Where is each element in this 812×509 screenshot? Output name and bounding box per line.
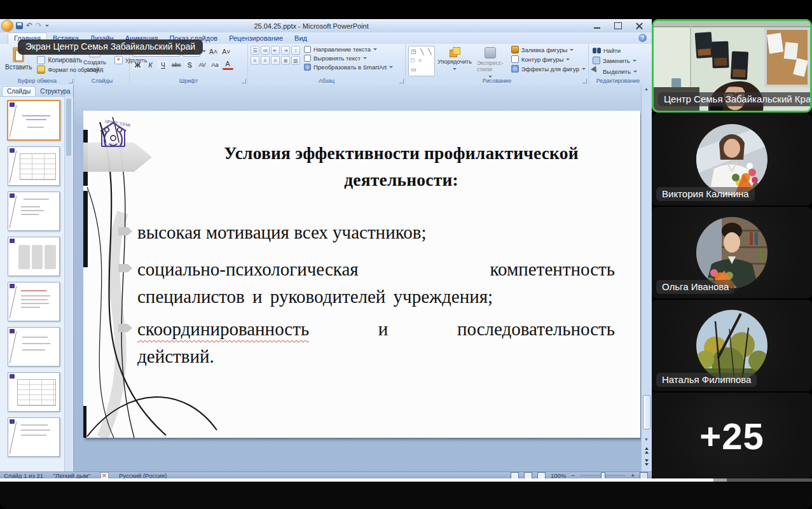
slide-thumbnail[interactable]: [8, 282, 60, 321]
avatar: [696, 310, 767, 381]
shape-outline-button[interactable]: Контур фигуры: [511, 55, 586, 63]
close-button[interactable]: [636, 22, 643, 29]
bullet-marker-icon: [118, 264, 132, 272]
panel-scrollbar[interactable]: [64, 96, 72, 471]
tab-retsenzirovanie[interactable]: Рецензирование: [223, 33, 289, 44]
participant-name: Виктория Калинина: [656, 187, 755, 201]
numbering-button[interactable]: ≔: [261, 46, 270, 55]
shape-effects-icon: [511, 65, 519, 73]
design-bar: [83, 406, 86, 438]
slides-panel: Слайды Структура ✕: [0, 85, 74, 471]
zoom-out-icon[interactable]: −: [571, 473, 575, 478]
text-direction-button[interactable]: Направление текста: [304, 46, 393, 53]
slide-thumbnail[interactable]: [7, 100, 60, 141]
align-left-button[interactable]: ≡: [251, 56, 259, 65]
slide-thumbnail[interactable]: [8, 146, 60, 186]
bullet-2-line-1: социально-психологическая компетентность: [137, 256, 615, 283]
tab-outline[interactable]: Структура: [36, 87, 74, 96]
smartart-icon: [304, 64, 311, 71]
shape-effects-button[interactable]: Эффекты для фигур: [511, 65, 586, 73]
zoom-in-icon[interactable]: +: [631, 473, 635, 478]
slide-thumbnail[interactable]: [8, 192, 60, 231]
group-paragraph: ☰ ≔ ⇤ ⇥ ↕ ≡ ≡ ≡ ≣ ▥ Направле: [248, 44, 406, 85]
thumbnail-list: [0, 96, 64, 471]
previous-slide-button[interactable]: [642, 445, 650, 455]
select-button[interactable]: Выделить: [593, 67, 645, 76]
bullet-marker-icon: [118, 227, 132, 235]
qat-dropdown-icon[interactable]: [45, 25, 49, 29]
justify-button[interactable]: ≣: [281, 56, 290, 65]
drawing-dialog-launcher-icon[interactable]: [582, 79, 587, 83]
bullets-button[interactable]: ☰: [251, 46, 259, 55]
scroll-up-icon[interactable]: ▲: [643, 85, 650, 92]
find-button[interactable]: Найти: [593, 47, 645, 54]
font-dialog-launcher-icon[interactable]: [242, 79, 246, 83]
slide-thumbnail[interactable]: [8, 417, 60, 457]
scroll-down-icon[interactable]: ▼: [643, 436, 650, 443]
shapes-gallery[interactable]: ◳ ╲ ╲ □ ○ ▭△ ⌐ ᒪ ⇨ ⇩ ◠☆ ◠ ∿ { } ☆: [408, 46, 435, 76]
maximize-button[interactable]: [614, 22, 622, 29]
decrease-indent-button[interactable]: ⇤: [271, 46, 280, 55]
participant-name: Наталья Филиппова: [656, 373, 757, 387]
align-text-button[interactable]: Выровнять текст: [304, 55, 393, 62]
save-icon[interactable]: [16, 22, 23, 29]
underline-button[interactable]: Ч: [158, 60, 169, 69]
quick-styles-button[interactable]: Экспресс-стили: [474, 46, 506, 81]
group-editing: Найти Заменить Выделить Редактирование: [589, 44, 647, 85]
font-color-button[interactable]: А: [223, 59, 233, 70]
columns-button[interactable]: ▥: [291, 56, 300, 65]
minimize-button[interactable]: [594, 27, 600, 29]
paragraph-dialog-launcher-icon[interactable]: [399, 79, 404, 83]
align-text-icon: [304, 55, 311, 62]
center-semya-logo: ЦЕНТР "СЕМЬЯ": [96, 117, 130, 149]
slide-thumbnail[interactable]: [8, 237, 60, 276]
clipboard-dialog-launcher-icon[interactable]: [69, 79, 73, 83]
redo-icon[interactable]: ↷: [36, 22, 42, 29]
bullet-1: высокая мотивация всех участников;: [137, 219, 615, 246]
bold-button[interactable]: Ж: [132, 60, 143, 69]
more-participants-tile[interactable]: +25: [652, 393, 812, 479]
shrink-font-button[interactable]: A˅: [221, 47, 231, 56]
align-center-button[interactable]: ≡: [261, 56, 270, 65]
slide-title[interactable]: Условия эффективности профилактической д…: [179, 140, 624, 193]
shape-fill-icon: [511, 46, 519, 53]
shape-fill-button[interactable]: Заливка фигуры: [511, 46, 586, 53]
tab-slides-thumbnails[interactable]: Слайды: [2, 86, 36, 96]
vertical-scrollbar[interactable]: ▲ ▼: [641, 85, 652, 471]
line-spacing-button[interactable]: ↕: [291, 46, 300, 55]
text-shadow-button[interactable]: S: [184, 60, 195, 69]
slide-thumbnail[interactable]: [8, 327, 60, 366]
convert-smartart-button[interactable]: Преобразовать в SmartArt: [304, 64, 393, 71]
grow-font-button[interactable]: A˄: [208, 47, 219, 56]
powerpoint-window: ↶ ↷ 25.04.25.pptx - Microsoft PowerPoint…: [0, 19, 652, 479]
undo-icon[interactable]: ↶: [26, 22, 32, 29]
strikethrough-button[interactable]: abc: [170, 60, 182, 69]
help-icon[interactable]: ?: [638, 34, 647, 42]
tab-vid[interactable]: Вид: [289, 33, 313, 44]
italic-button[interactable]: К: [145, 60, 156, 69]
arrange-button[interactable]: Упорядочить: [435, 46, 474, 73]
participant-tile[interactable]: Виктория Калинина: [652, 114, 812, 206]
panel-tabs: Слайды Структура ✕: [0, 85, 73, 97]
replace-button[interactable]: Заменить: [593, 57, 645, 64]
zoom-slider[interactable]: [580, 475, 626, 477]
character-spacing-button[interactable]: AV: [197, 60, 208, 69]
slide-body-text[interactable]: высокая мотивация всех участников; социа…: [118, 219, 615, 438]
increase-indent-button[interactable]: ⇥: [281, 46, 290, 55]
design-bar: [83, 191, 88, 267]
change-case-button[interactable]: Аа: [210, 60, 221, 69]
scrollbar-thumb[interactable]: [643, 395, 651, 429]
participants-sidebar: Центр Семья Забайкальский Край: [652, 19, 812, 479]
participant-tile[interactable]: Ольга Иванова: [652, 207, 812, 298]
window-controls: [594, 22, 643, 29]
office-button[interactable]: [1, 20, 13, 32]
participant-camera-tile[interactable]: Центр Семья Забайкальский Край: [652, 19, 812, 113]
slide-canvas[interactable]: ЦЕНТР "СЕМЬЯ" Условия эффективности проф…: [83, 111, 640, 438]
next-slide-button[interactable]: [642, 457, 650, 468]
participant-tile[interactable]: Наталья Филиппова: [652, 300, 812, 391]
vk-video-player: ↶ ↷ 25.04.25.pptx - Microsoft PowerPoint…: [0, 0, 812, 509]
slide-thumbnail[interactable]: [8, 372, 60, 412]
window-title: 25.04.25.pptx - Microsoft PowerPoint: [54, 22, 594, 30]
align-right-button[interactable]: ≡: [271, 56, 280, 65]
svg-text:ЦЕНТР "СЕМЬЯ": ЦЕНТР "СЕМЬЯ": [105, 119, 130, 128]
